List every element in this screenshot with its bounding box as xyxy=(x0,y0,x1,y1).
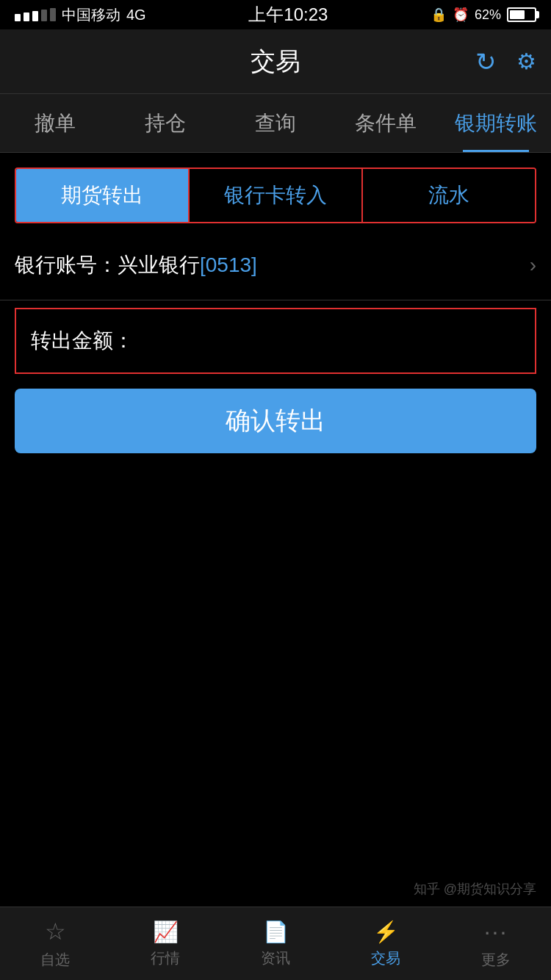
nav-news[interactable]: 📄 资讯 xyxy=(220,907,331,980)
nav-market[interactable]: 📈 行情 xyxy=(110,907,220,980)
header-actions: ↻ ⚙ xyxy=(475,47,536,76)
news-icon: 📄 xyxy=(263,920,289,944)
amount-input[interactable] xyxy=(134,329,520,353)
settings-icon[interactable]: ⚙ xyxy=(516,48,536,74)
tab-position[interactable]: 持仓 xyxy=(110,94,220,152)
bank-account-row[interactable]: 银行账号：兴业银行[0513] › xyxy=(0,231,551,300)
subtab-bank-in[interactable]: 银行卡转入 xyxy=(190,169,363,222)
status-time: 上午10:23 xyxy=(248,3,328,26)
watchlist-label: 自选 xyxy=(40,950,70,970)
status-bar: 中国移动 4G 上午10:23 🔒 ⏰ 62% xyxy=(0,0,551,29)
content-area: 期货转出 银行卡转入 流水 银行账号：兴业银行[0513] › 转出金额： 确认… xyxy=(0,167,551,453)
battery-percent: 62% xyxy=(475,7,501,23)
status-left: 中国移动 4G xyxy=(15,5,146,25)
news-label: 资讯 xyxy=(261,948,290,968)
alarm-icon: ⏰ xyxy=(453,7,469,23)
market-label: 行情 xyxy=(151,948,180,968)
tab-cancel[interactable]: 撤单 xyxy=(0,94,110,152)
nav-watchlist[interactable]: ☆ 自选 xyxy=(0,907,110,980)
bank-account-text: 银行账号：兴业银行[0513] xyxy=(15,251,257,279)
status-right: 🔒 ⏰ 62% xyxy=(431,7,536,23)
confirm-transfer-button[interactable]: 确认转出 xyxy=(15,389,536,453)
nav-trade[interactable]: ⚡ 交易 xyxy=(331,907,441,980)
carrier-label: 中国移动 xyxy=(62,5,120,25)
more-icon: ··· xyxy=(484,918,508,945)
signal-dots xyxy=(15,8,56,21)
page-title: 交易 xyxy=(251,45,300,79)
bottom-nav: ☆ 自选 📈 行情 📄 资讯 ⚡ 交易 ··· 更多 xyxy=(0,907,551,980)
watermark: 知乎 @期货知识分享 xyxy=(414,879,536,899)
nav-tabs: 撤单 持仓 查询 条件单 银期转账 xyxy=(0,94,551,153)
lock-icon: 🔒 xyxy=(431,7,447,23)
more-label: 更多 xyxy=(481,950,511,970)
watchlist-icon: ☆ xyxy=(45,918,66,945)
market-icon: 📈 xyxy=(153,920,179,944)
subtab-history[interactable]: 流水 xyxy=(363,169,535,222)
sub-tabs: 期货转出 银行卡转入 流水 xyxy=(15,167,536,223)
tab-conditional[interactable]: 条件单 xyxy=(331,94,441,152)
amount-row: 转出金额： xyxy=(15,308,536,374)
chevron-right-icon: › xyxy=(530,253,536,277)
tab-transfer[interactable]: 银期转账 xyxy=(441,94,551,152)
trade-icon: ⚡ xyxy=(373,920,399,944)
network-label: 4G xyxy=(126,7,146,24)
battery-indicator xyxy=(507,7,536,22)
amount-label: 转出金额： xyxy=(31,327,134,355)
header: 交易 ↻ ⚙ xyxy=(0,29,551,94)
refresh-icon[interactable]: ↻ xyxy=(475,47,496,76)
nav-more[interactable]: ··· 更多 xyxy=(441,907,551,980)
subtab-futures-out[interactable]: 期货转出 xyxy=(16,169,190,222)
tab-query[interactable]: 查询 xyxy=(220,94,331,152)
trade-label: 交易 xyxy=(371,948,400,968)
